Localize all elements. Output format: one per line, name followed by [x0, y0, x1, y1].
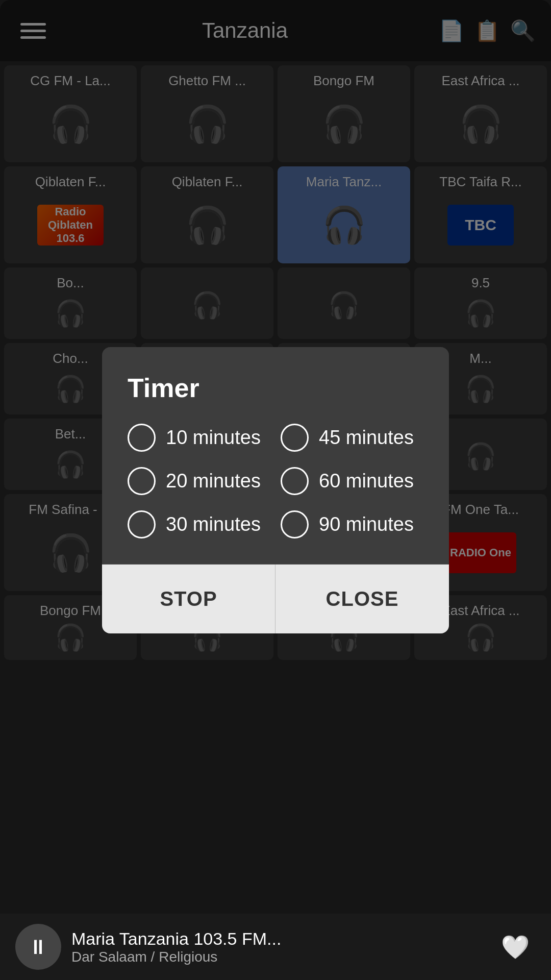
stop-button[interactable]: STOP	[102, 565, 276, 633]
timer-option-10[interactable]: 10 minutes	[128, 424, 270, 452]
timer-option-label-60: 60 minutes	[319, 470, 414, 492]
timer-options: 10 minutes 45 minutes 20 minutes 60 minu…	[128, 424, 423, 538]
timer-option-45[interactable]: 45 minutes	[281, 424, 423, 452]
timer-option-20[interactable]: 20 minutes	[128, 467, 270, 495]
timer-title: Timer	[128, 373, 423, 403]
timer-option-label-10: 10 minutes	[166, 427, 261, 449]
pause-button[interactable]: ⏸	[15, 924, 61, 970]
timer-option-label-20: 20 minutes	[166, 470, 261, 492]
close-button[interactable]: CLOSE	[276, 565, 449, 633]
player-station-name: Maria Tanzania 103.5 FM...	[71, 929, 485, 949]
heart-icon: 🤍	[501, 934, 530, 961]
timer-buttons: STOP CLOSE	[102, 564, 449, 633]
player-info: Maria Tanzania 103.5 FM... Dar Salaam / …	[61, 929, 495, 965]
timer-option-30[interactable]: 30 minutes	[128, 510, 270, 538]
timer-option-label-90: 90 minutes	[319, 513, 414, 535]
timer-dialog: Timer 10 minutes 45 minutes 20 minutes 6…	[102, 347, 449, 633]
pause-icon: ⏸	[28, 936, 48, 959]
timer-option-label-30: 30 minutes	[166, 513, 261, 535]
timer-option-90[interactable]: 90 minutes	[281, 510, 423, 538]
player-subtitle: Dar Salaam / Religious	[71, 949, 485, 965]
radio-button-60[interactable]	[281, 467, 309, 495]
modal-overlay: Timer 10 minutes 45 minutes 20 minutes 6…	[0, 0, 551, 980]
radio-button-45[interactable]	[281, 424, 309, 452]
timer-option-60[interactable]: 60 minutes	[281, 467, 423, 495]
radio-button-20[interactable]	[128, 467, 156, 495]
radio-button-10[interactable]	[128, 424, 156, 452]
radio-button-30[interactable]	[128, 510, 156, 538]
timer-option-label-45: 45 minutes	[319, 427, 414, 449]
bottom-player: ⏸ Maria Tanzania 103.5 FM... Dar Salaam …	[0, 914, 551, 980]
radio-button-90[interactable]	[281, 510, 309, 538]
favorite-button[interactable]: 🤍	[495, 926, 536, 967]
